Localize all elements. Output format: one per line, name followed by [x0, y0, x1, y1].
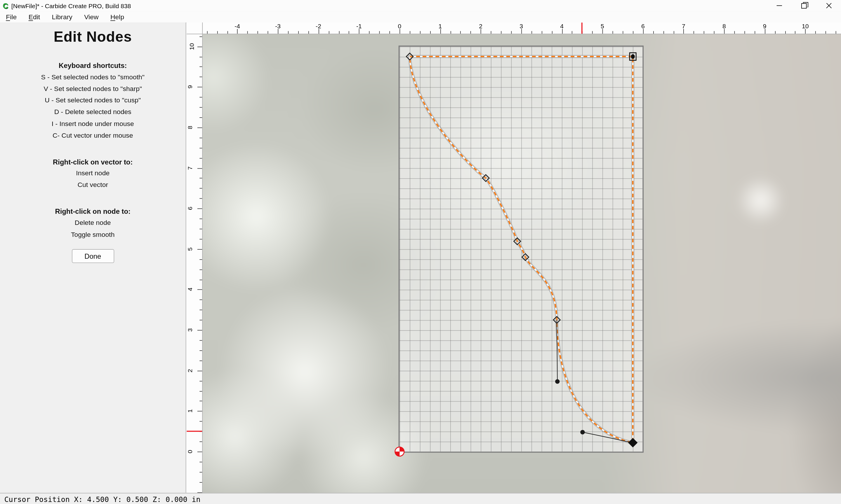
ruler-label: 10	[188, 43, 195, 50]
ruler-tick	[521, 29, 522, 34]
ruler-tick	[200, 320, 202, 321]
ruler-tick	[200, 300, 202, 300]
ruler-tick	[755, 31, 755, 34]
ruler-label: 5	[601, 23, 604, 30]
ruler-tick	[552, 31, 552, 34]
ruler-tick	[825, 31, 826, 34]
ruler-tick	[198, 127, 202, 128]
panel-section: Right-click on vector to:Insert nodeCut …	[0, 156, 186, 191]
ruler-label: 2	[479, 23, 482, 30]
panel-instruction: V - Set selected nodes to "sharp"	[0, 84, 186, 95]
done-button[interactable]: Done	[71, 249, 114, 263]
ruler-tick	[200, 350, 202, 351]
ruler-tick	[440, 29, 441, 34]
minimize-button[interactable]	[767, 0, 792, 11]
ruler-label: 5	[187, 247, 193, 251]
ruler-label: 7	[682, 23, 685, 30]
ruler-tick	[200, 158, 202, 158]
ruler-tick	[349, 31, 349, 34]
ruler-tick	[613, 31, 613, 34]
ruler-label: 0	[398, 23, 401, 30]
app-logo-icon: C	[3, 2, 8, 9]
ruler-label: 6	[641, 23, 645, 30]
ruler-tick	[200, 57, 202, 57]
ruler-label: -3	[275, 23, 281, 30]
ruler-tick	[198, 371, 202, 371]
ruler-tick	[643, 29, 643, 34]
menu-item-edit[interactable]: Edit	[22, 11, 46, 23]
ruler-tick	[815, 31, 816, 34]
ruler-tick	[470, 31, 471, 34]
ruler-tick	[622, 31, 623, 34]
ruler-tick	[328, 31, 329, 34]
ruler-tick	[531, 31, 532, 34]
panel-instruction: S - Set selected nodes to "smooth"	[0, 72, 186, 84]
ruler-tick	[247, 31, 248, 34]
menu-item-view[interactable]: View	[78, 11, 105, 23]
vector-overlay	[203, 34, 841, 493]
window-title: [NewFile]* - Carbide Create PRO, Build 8…	[12, 2, 131, 9]
ruler-tick	[200, 401, 202, 402]
maximize-button[interactable]	[792, 0, 816, 11]
cursor-y-marker	[187, 431, 202, 432]
ruler-tick	[633, 31, 633, 34]
control-handle-point[interactable]	[580, 430, 585, 434]
panel-instruction: C- Cut vector under mouse	[0, 130, 186, 142]
ruler-tick	[765, 29, 766, 34]
design-canvas[interactable]	[203, 34, 841, 493]
ruler-tick	[200, 77, 202, 77]
ruler-tick	[653, 31, 654, 34]
ruler-tick	[308, 31, 309, 34]
ruler-tick	[217, 31, 218, 34]
ruler-tick	[200, 269, 202, 270]
ruler-label: 1	[187, 410, 193, 413]
menu-item-library[interactable]: Library	[46, 11, 78, 23]
menu-item-help[interactable]: Help	[105, 11, 130, 23]
ruler-tick	[339, 31, 339, 34]
ruler-tick	[542, 31, 542, 34]
ruler-label: 8	[722, 23, 726, 30]
minimize-icon	[777, 5, 782, 6]
ruler-tick	[572, 31, 573, 34]
ruler-tick	[673, 31, 674, 34]
menu-bar: FileEditLibraryViewHelp	[0, 11, 841, 23]
path-node-selected-diamond[interactable]	[629, 439, 637, 447]
ruler-tick	[200, 188, 202, 189]
ruler-tick	[198, 87, 202, 88]
ruler-tick	[319, 29, 319, 34]
ruler-tick	[200, 442, 202, 442]
ruler-tick	[461, 31, 461, 34]
ruler-tick	[200, 178, 202, 179]
ruler-tick	[359, 29, 359, 34]
ruler-tick	[200, 36, 202, 37]
ruler-tick	[795, 31, 796, 34]
ruler-label: 1	[438, 23, 442, 30]
ruler-label: 7	[187, 166, 193, 170]
ruler-label: -4	[235, 23, 240, 30]
ruler-tick	[399, 29, 400, 34]
ruler-tick	[379, 31, 380, 34]
ruler-tick	[200, 381, 202, 381]
panel-instruction: I - Insert node under mouse	[0, 119, 186, 130]
path-node-diamond[interactable]	[553, 317, 560, 323]
menu-item-file[interactable]: File	[0, 11, 22, 23]
path-node-diamond[interactable]	[406, 53, 413, 60]
ruler-tick	[704, 31, 704, 34]
ruler-tick	[200, 482, 202, 483]
ruler-tick	[198, 209, 202, 209]
ruler-tick	[200, 67, 202, 67]
ruler-tick	[200, 391, 202, 392]
ruler-label: 8	[187, 126, 193, 129]
ruler-tick	[198, 411, 202, 412]
panel-section-header: Keyboard shortcuts:	[0, 60, 186, 72]
ruler-corner	[187, 22, 203, 34]
ruler-tick	[200, 219, 202, 219]
ruler-label: 3	[519, 23, 523, 30]
cursor-x-marker	[582, 22, 583, 34]
close-button[interactable]	[817, 0, 841, 11]
ruler-tick	[562, 29, 562, 34]
ruler-tick	[785, 31, 786, 34]
control-handle-point[interactable]	[555, 379, 560, 383]
panel-section-header: Right-click on vector to:	[0, 156, 186, 168]
ruler-tick	[694, 31, 694, 34]
